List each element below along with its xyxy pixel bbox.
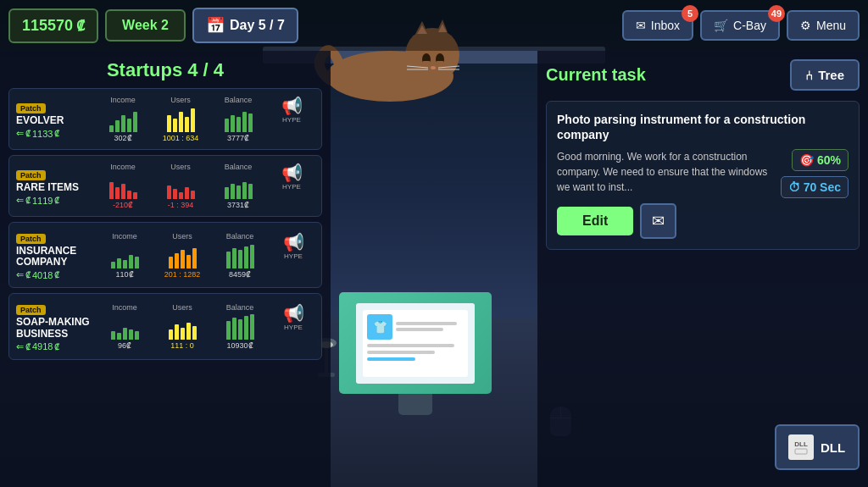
income-label: Income [112, 232, 137, 241]
balance-value: 3731₡ [227, 201, 249, 209]
startup-card[interactable]: Patch SOAP-MAKING BUSINESS ⇐ ₡ 4918 ₡ In… [8, 293, 322, 359]
balance-chart [225, 174, 253, 199]
bar [248, 113, 253, 132]
bar [123, 260, 127, 268]
task-text-area: Good morning. We work for a construction… [557, 149, 772, 239]
bar [121, 184, 125, 199]
day-display: 📅 Day 5 / 7 [192, 8, 298, 43]
startup-name: EVOLVER [16, 115, 92, 126]
mail-button[interactable]: ✉ [640, 203, 676, 239]
balance-value: 10930₡ [226, 341, 253, 350]
income-label: Income [110, 96, 136, 104]
currency-display: 115570 ₡ [8, 8, 98, 43]
bar [179, 112, 183, 132]
bar [109, 125, 114, 132]
gear-icon: ⚙ [800, 19, 811, 32]
bar [135, 331, 139, 340]
inbox-button[interactable]: ✉ Inbox 5 [622, 10, 693, 41]
startup-name: INSURANCE COMPANY [16, 246, 94, 268]
startups-panel: Startups 4 / 4 Patch EVOLVER ⇐ ₡ 1133 ₡ … [0, 51, 331, 487]
bar [173, 119, 177, 132]
balance-chart [226, 243, 254, 268]
current-task-label: Current task [546, 65, 646, 85]
bar [111, 331, 115, 340]
bar [238, 319, 242, 340]
bar [179, 192, 183, 199]
stats-group: Income 110₡ Users 201 : 1282 Balance 845… [99, 232, 314, 279]
screen-line-2 [396, 328, 443, 331]
currency-symbol: ₡ [54, 270, 59, 279]
bar [115, 187, 120, 199]
bar [133, 112, 137, 132]
time-value: 70 Sec [804, 180, 841, 194]
users-chart [167, 174, 195, 199]
users-stat: Users -1 : 394 [155, 163, 206, 209]
startup-card[interactable]: Patch EVOLVER ⇐ ₡ 1133 ₡ Income 302₡ Use… [8, 88, 322, 150]
bar [123, 328, 127, 340]
balance-label: Balance [226, 232, 254, 241]
task-name: Photo parsing instrument for a construct… [557, 112, 849, 142]
balance-label: Balance [226, 303, 254, 312]
screen-line-4 [367, 351, 435, 354]
users-label: Users [172, 232, 192, 241]
header-bar: 115570 ₡ Week 2 📅 Day 5 / 7 ✉ Inbox 5 🛒 … [0, 0, 868, 51]
startup-card[interactable]: Patch INSURANCE COMPANY ⇐ ₡ 4018 ₡ Incom… [8, 222, 322, 288]
bar [250, 245, 254, 268]
startup-badge: Patch [16, 170, 46, 180]
bar [232, 318, 236, 340]
inbox-label: Inbox [651, 19, 680, 32]
screen-shirt-icon: 👕 [367, 314, 392, 340]
menu-button[interactable]: ⚙ Menu [787, 10, 860, 41]
stats-group: Income 302₡ Users 1001 : 634 Balance 377… [97, 96, 314, 142]
hype-label: HYPE [284, 324, 303, 331]
screen-line-1 [396, 322, 457, 325]
users-chart [169, 314, 197, 340]
hype-label: HYPE [284, 252, 303, 260]
bar [226, 321, 231, 340]
users-value: -1 : 394 [168, 201, 194, 209]
startup-card[interactable]: Patch RARE ITEMS ⇐ ₡ 1119 ₡ Income -210₡… [8, 155, 322, 217]
balance-chart [225, 107, 253, 132]
users-value: 111 : 0 [170, 341, 194, 350]
bar [121, 115, 125, 132]
tree-icon: ⑃ [805, 68, 813, 82]
currency-icon-small: ₡ [25, 196, 31, 205]
startup-badge: Patch [16, 305, 46, 315]
bar [169, 257, 173, 268]
currency-symbol: ₡ [54, 129, 59, 138]
bar [186, 255, 191, 268]
startup-name: RARE ITEMS [16, 182, 92, 193]
edit-button[interactable]: Edit [557, 207, 633, 235]
megaphone-icon: 📢 [281, 163, 303, 183]
bar [175, 253, 179, 268]
dll-button[interactable]: DLL DLL [775, 424, 860, 470]
users-stat: Users 111 : 0 [157, 303, 208, 350]
bar [135, 257, 139, 268]
hype-block: 📢 HYPE [270, 163, 313, 209]
hype-block: 📢 HYPE [270, 96, 313, 142]
startup-currency: ⇐ ₡ 4918 ₡ [16, 341, 94, 352]
bar [181, 250, 185, 268]
bar [225, 119, 229, 132]
income-stat: Income 110₡ [99, 232, 150, 279]
bar [127, 191, 131, 199]
screen-content: 👕 [356, 303, 475, 384]
income-chart [111, 243, 139, 268]
cbay-button[interactable]: 🛒 C-Bay 49 [700, 10, 780, 41]
users-stat: Users 1001 : 634 [155, 96, 206, 142]
currency-symbol: ₡ [54, 342, 59, 351]
startup-info: Patch RARE ITEMS ⇐ ₡ 1119 ₡ [16, 166, 92, 206]
bar [242, 112, 247, 132]
bar [191, 108, 195, 132]
bar [191, 191, 195, 199]
monitor-screen: 👕 [339, 292, 492, 394]
arrow-icon: ⇐ [16, 341, 24, 352]
bar [167, 185, 171, 199]
tree-button[interactable]: ⑃ Tree [790, 59, 860, 91]
cbay-icon: 🛒 [714, 19, 728, 32]
startup-currency-value: 4918 [32, 341, 53, 351]
cbay-label: C-Bay [733, 19, 766, 32]
screen-line-5 [367, 357, 415, 361]
bar [192, 326, 197, 340]
startup-currency: ⇐ ₡ 4018 ₡ [16, 269, 94, 280]
